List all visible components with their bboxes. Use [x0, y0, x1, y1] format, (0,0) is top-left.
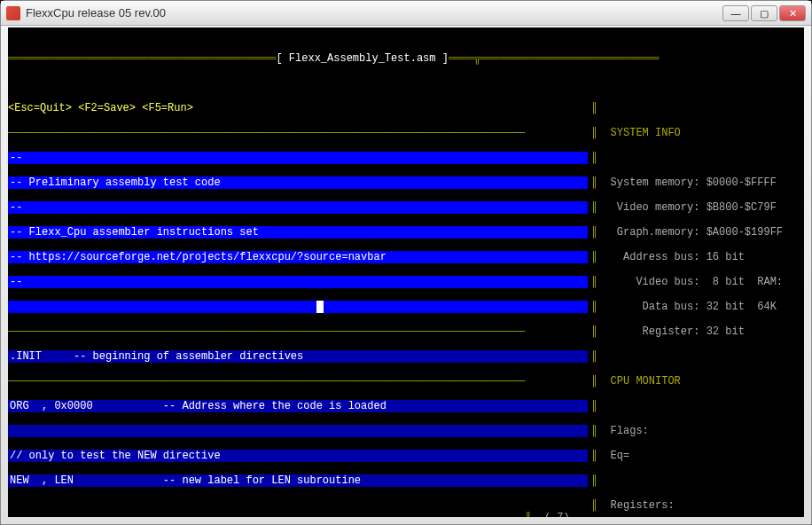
editor-line[interactable]: ORG , 0x0000 -- Address where the code i…	[8, 400, 588, 412]
maximize-button[interactable]: ▢	[751, 5, 777, 21]
editor-pane[interactable]: <Esc=Quit> <F2=Save> <F5=Run> ──────────…	[8, 90, 588, 499]
editor-line[interactable]: -- https://sourceforge.net/projects/flex…	[8, 251, 588, 263]
filename: [ Flexx_Assembly_Test.asm ]	[276, 52, 448, 65]
editor-line[interactable]: -- Flexx_Cpu assembler instructions set	[8, 226, 588, 239]
editor-line[interactable]: --	[8, 276, 588, 288]
close-button[interactable]: ✕	[779, 5, 806, 21]
cursor-line[interactable]	[8, 301, 588, 313]
side-panel: ║ ║ SYSTEM INFO ║ ║ System memory: $0000…	[588, 90, 804, 499]
editor-line[interactable]: --	[8, 201, 588, 214]
text-cursor	[316, 301, 324, 313]
terminal: ════════════════════════════════════════…	[8, 27, 804, 517]
sysinfo-title: SYSTEM INFO	[611, 127, 681, 139]
editor-line[interactable]	[8, 425, 588, 437]
window-title: FlexxCpu release 05 rev.00	[26, 6, 722, 20]
titlebar[interactable]: FlexxCpu release 05 rev.00 — ▢ ✕	[1, 1, 811, 26]
editor-line[interactable]: NEW , LEN -- new label for LEN subroutin…	[8, 474, 588, 487]
cpumon-title: CPU MONITOR	[611, 375, 681, 388]
app-icon	[6, 6, 20, 20]
window-buttons: — ▢ ✕	[722, 5, 806, 21]
minimize-button[interactable]: —	[722, 5, 749, 21]
editor-line[interactable]: .INIT -- beginning of assembler directiv…	[8, 350, 588, 363]
app-window: FlexxCpu release 05 rev.00 — ▢ ✕ ═══════…	[0, 0, 812, 525]
editor-line[interactable]: --	[8, 152, 588, 164]
editor-line[interactable]: // only to test the NEW directive	[8, 450, 588, 462]
shortcut-hints: <Esc=Quit> <F2=Save> <F5=Run>	[8, 102, 588, 114]
editor-line[interactable]: -- Preliminary assembly test code	[8, 176, 588, 189]
